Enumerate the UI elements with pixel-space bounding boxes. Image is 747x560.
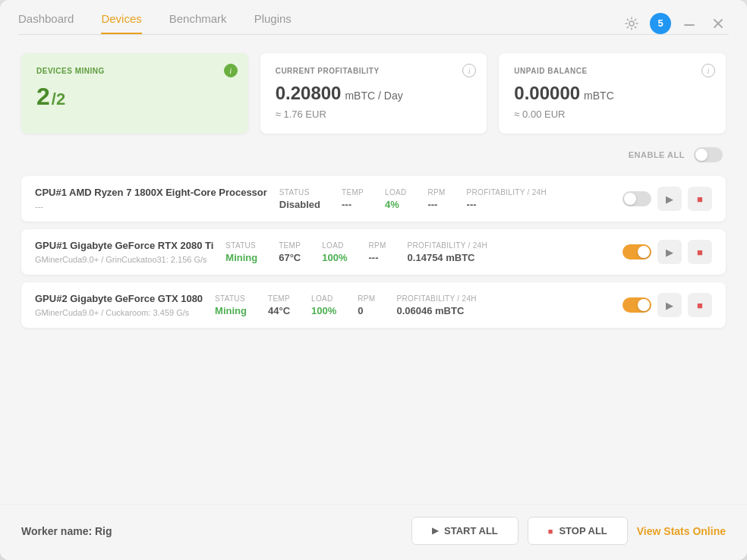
- stat-load-2: Load 100%: [311, 294, 336, 316]
- unpaid-unit: mBTC: [584, 90, 614, 102]
- tab-benchmark[interactable]: Benchmark: [169, 12, 227, 34]
- close-icon[interactable]: [708, 13, 729, 34]
- load-label-2: Load: [311, 294, 336, 303]
- status-label-2: Status: [215, 294, 247, 303]
- stat-temp-1: Temp 67°C: [279, 241, 301, 263]
- stat-status-0: Status Disabled: [279, 188, 320, 210]
- devices-mining-value: 2: [36, 83, 50, 111]
- rpm-value-2: 0: [358, 305, 375, 316]
- device-name-1: GPU#1 Gigabyte GeForce RTX 2080 Ti: [35, 240, 213, 253]
- device-toggle-1[interactable]: [622, 244, 651, 260]
- device-stop-1[interactable]: ■: [688, 240, 712, 264]
- device-info-1: GPU#1 Gigabyte GeForce RTX 2080 Ti GMine…: [35, 240, 213, 264]
- minimize-icon[interactable]: [679, 13, 700, 34]
- start-all-label: START ALL: [444, 525, 498, 536]
- device-play-0[interactable]: ▶: [657, 187, 682, 211]
- profitability-info-icon[interactable]: i: [462, 64, 476, 77]
- devices-list: CPU#1 AMD Ryzen 7 1800X Eight-Core Proce…: [21, 176, 726, 328]
- temp-value-0: ---: [342, 199, 364, 210]
- stat-rpm-2: RPM 0: [358, 294, 375, 316]
- profit-value-1: 0.14754 mBTC: [408, 252, 487, 263]
- device-stats-1: Status Mining Temp 67°C Load 100% RPM --…: [225, 241, 610, 263]
- device-info-2: GPU#2 Gigabyte GeForce GTX 1080 GMinerCu…: [35, 293, 203, 317]
- devices-mining-info-icon[interactable]: i: [224, 64, 238, 77]
- device-controls-2: ▶ ■: [622, 293, 712, 317]
- mining-fraction: 2 /2: [36, 83, 233, 111]
- devices-mining-denom: /2: [52, 90, 65, 109]
- device-controls-0: ▶ ■: [622, 187, 712, 211]
- unpaid-card: i UNPAID BALANCE 0.00000 mBTC ≈ 0.00 EUR: [499, 53, 726, 134]
- enable-all-toggle[interactable]: [694, 147, 723, 162]
- enable-all-label: ENABLE ALL: [629, 150, 685, 159]
- device-stats-2: Status Mining Temp 44°C Load 100% RPM 0: [215, 294, 610, 316]
- table-row: GPU#2 Gigabyte GeForce GTX 1080 GMinerCu…: [21, 282, 726, 328]
- device-name-0: CPU#1 AMD Ryzen 7 1800X Eight-Core Proce…: [35, 187, 267, 200]
- profit-label-2: Profitability / 24h: [396, 294, 476, 303]
- load-label-1: Load: [322, 241, 347, 250]
- enable-all-row: ENABLE ALL: [21, 147, 726, 162]
- stat-rpm-1: RPM ---: [368, 241, 386, 263]
- tab-devices[interactable]: Devices: [101, 12, 141, 34]
- device-stop-2[interactable]: ■: [688, 293, 712, 317]
- profit-label-0: Profitability / 24h: [467, 188, 547, 197]
- tab-dashboard[interactable]: Dashboard: [18, 12, 74, 34]
- temp-label-1: Temp: [279, 241, 301, 250]
- temp-label-2: Temp: [268, 294, 290, 303]
- stat-status-2: Status Mining: [215, 294, 247, 316]
- load-value-1: 100%: [322, 252, 347, 263]
- device-play-2[interactable]: ▶: [657, 293, 682, 317]
- profitability-sub: ≈ 1.76 EUR: [276, 109, 472, 120]
- device-info-0: CPU#1 AMD Ryzen 7 1800X Eight-Core Proce…: [35, 187, 267, 211]
- status-value-1: Mining: [225, 252, 257, 263]
- temp-label-0: Temp: [342, 188, 364, 197]
- stop-icon: ■: [548, 527, 553, 536]
- device-stop-0[interactable]: ■: [688, 187, 712, 211]
- profitability-value: 0.20800: [276, 83, 342, 104]
- profitability-unit: mBTC / Day: [345, 90, 402, 102]
- profit-value-0: ---: [467, 199, 547, 210]
- unpaid-label: UNPAID BALANCE: [514, 67, 711, 75]
- stat-load-1: Load 100%: [322, 241, 347, 263]
- main-content: i DEVICES MINING 2 /2 i CURRENT PROFITAB…: [0, 35, 747, 504]
- titlebar: Dashboard Devices Benchmark Plugins 5: [0, 0, 747, 34]
- start-all-button[interactable]: ▶ START ALL: [411, 517, 518, 545]
- profit-value-2: 0.06046 mBTC: [396, 305, 476, 316]
- temp-value-2: 44°C: [268, 305, 290, 316]
- stat-rpm-0: RPM ---: [427, 188, 445, 210]
- device-toggle-2[interactable]: [622, 297, 651, 313]
- footer: Worker name: Rig ▶ START ALL ■ STOP ALL …: [0, 504, 747, 560]
- load-label-0: Load: [385, 188, 406, 197]
- status-label-1: Status: [225, 241, 257, 250]
- window-controls: 5: [621, 13, 729, 34]
- stats-row: i DEVICES MINING 2 /2 i CURRENT PROFITAB…: [21, 53, 726, 134]
- play-icon: ▶: [432, 526, 438, 536]
- notification-badge[interactable]: 5: [650, 13, 671, 34]
- view-stats-link[interactable]: View Stats Online: [637, 525, 726, 537]
- stat-temp-2: Temp 44°C: [268, 294, 290, 316]
- device-sub-0: ---: [35, 202, 267, 211]
- svg-point-0: [629, 21, 634, 26]
- worker-name-value: Rig: [95, 525, 112, 537]
- stat-load-0: Load 4%: [385, 188, 406, 210]
- tab-plugins[interactable]: Plugins: [254, 12, 292, 34]
- device-play-1[interactable]: ▶: [657, 240, 682, 264]
- profit-label-1: Profitability / 24h: [408, 241, 487, 250]
- device-controls-1: ▶ ■: [622, 240, 712, 264]
- stop-all-button[interactable]: ■ STOP ALL: [528, 517, 628, 545]
- status-value-0: Disabled: [279, 199, 320, 210]
- table-row: GPU#1 Gigabyte GeForce RTX 2080 Ti GMine…: [21, 229, 726, 275]
- device-sub-2: GMinerCuda9.0+ / Cuckaroom: 3.459 G/s: [35, 308, 203, 317]
- table-row: CPU#1 AMD Ryzen 7 1800X Eight-Core Proce…: [21, 176, 726, 222]
- stat-status-1: Status Mining: [225, 241, 257, 263]
- worker-label: Worker name:: [21, 525, 92, 537]
- rpm-label-0: RPM: [427, 188, 445, 197]
- worker-name-area: Worker name: Rig: [21, 525, 112, 537]
- device-toggle-0[interactable]: [622, 191, 651, 206]
- rpm-label-1: RPM: [368, 241, 386, 250]
- nav-tabs: Dashboard Devices Benchmark Plugins: [18, 12, 621, 34]
- unpaid-info-icon[interactable]: i: [701, 64, 715, 77]
- profitability-card: i CURRENT PROFITABILITY 0.20800 mBTC / D…: [260, 53, 487, 134]
- settings-icon[interactable]: [621, 13, 642, 34]
- status-label-0: Status: [279, 188, 320, 197]
- rpm-label-2: RPM: [358, 294, 375, 303]
